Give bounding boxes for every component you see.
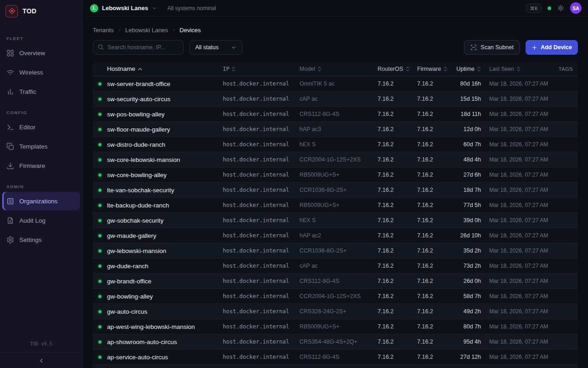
uptime-cell: 77d 5h — [456, 202, 489, 208]
table-row[interactable]: gw-brandt-office host.docker.internal CR… — [93, 274, 578, 289]
uptime-cell: 49d 2h — [456, 308, 489, 315]
sidebar-item-organizations[interactable]: Organizations — [2, 192, 80, 210]
column-header-last-seen[interactable]: Last Seen — [489, 66, 559, 72]
status-filter-value: All status — [195, 44, 219, 51]
sidebar-collapse-button[interactable] — [0, 352, 82, 368]
sidebar-item-label: Templates — [19, 143, 48, 150]
nav-section-fleet: FLEET — [0, 36, 82, 41]
sidebar-item-overview[interactable]: Overview — [2, 44, 80, 62]
last-seen-cell: Mar 18, 2026, 07:27 AM — [489, 263, 559, 269]
status-filter-select[interactable]: All status — [189, 40, 243, 55]
column-header-routeros[interactable]: RouterOS — [378, 66, 417, 72]
column-header-uptime[interactable]: Uptime — [456, 66, 489, 72]
breadcrumb-tenants[interactable]: Tenants — [93, 27, 114, 34]
hostname-cell: sw-distro-dude-ranch — [107, 141, 223, 148]
topbar-actions: ⌘K SA — [526, 2, 582, 14]
table-row[interactable]: gw-auto-circus host.docker.internal CRS3… — [93, 304, 578, 319]
routeros-cell: 7.16.2 — [378, 217, 417, 224]
plus-icon — [531, 45, 537, 51]
table-row[interactable]: gw-dude-ranch host.docker.internal cAP a… — [93, 259, 578, 274]
sidebar-item-firmware[interactable]: Firmware — [2, 156, 80, 175]
sort-icon — [477, 66, 481, 72]
table-row[interactable]: sw-floor-maude-gallery host.docker.inter… — [93, 122, 578, 137]
last-seen-cell: Mar 18, 2026, 07:27 AM — [489, 323, 559, 330]
column-header-tags: TAGS — [559, 66, 578, 72]
table-row[interactable]: sw-security-auto-circus host.docker.inte… — [93, 92, 578, 107]
column-header-hostname[interactable]: Hostname — [107, 65, 223, 72]
uptime-cell: 80d 7h — [456, 323, 489, 330]
status-online-dot — [98, 219, 102, 222]
sidebar-item-templates[interactable]: Templates — [2, 137, 80, 155]
table-row[interactable]: gw-maude-gallery host.docker.internal hA… — [93, 228, 578, 243]
column-header-model[interactable]: Model — [300, 66, 378, 72]
search-input[interactable] — [93, 40, 184, 55]
routeros-cell: 7.16.2 — [378, 263, 417, 269]
nav-section-admin: ADMIN — [0, 184, 82, 189]
column-label: IP — [223, 66, 229, 72]
table-row[interactable]: sw-distro-dude-ranch host.docker.interna… — [93, 137, 578, 152]
firmware-cell: 7.16.2 — [417, 141, 456, 148]
table-row[interactable]: lte-backup-dude-ranch host.docker.intern… — [93, 198, 578, 213]
uptime-cell: 60d 7h — [456, 141, 489, 148]
breadcrumb-tenant-name[interactable]: Lebowski Lanes — [125, 27, 168, 34]
table-row[interactable]: sw-core-lebowski-mansion host.docker.int… — [93, 152, 578, 167]
model-cell: CRS112-8G-4S — [300, 111, 378, 117]
scan-subnet-button[interactable]: Scan Subnet — [464, 40, 520, 55]
add-device-button[interactable]: Add Device — [526, 40, 578, 55]
sidebar-item-traffic[interactable]: Traffic — [2, 82, 80, 101]
toolbar: All status Scan Subnet — [93, 40, 578, 55]
command-palette-shortcut[interactable]: ⌘K — [526, 4, 542, 13]
column-header-ip[interactable]: IP — [223, 66, 300, 72]
scan-subnet-label: Scan Subnet — [481, 44, 514, 51]
last-seen-cell: Mar 18, 2026, 07:27 AM — [489, 202, 559, 208]
system-status-text: All systems nominal — [167, 5, 216, 12]
hostname-cell: lte-van-sobchak-security — [107, 187, 223, 194]
table-row[interactable]: sw-core-bowling-alley host.docker.intern… — [93, 167, 578, 183]
sidebar-nav: FLEET Overview Wireless — [0, 22, 82, 341]
hostname-cell: ap-showroom-auto-circus — [107, 339, 223, 345]
ip-cell: host.docker.internal — [223, 247, 300, 254]
column-header-firmware[interactable]: Firmware — [417, 66, 456, 72]
chevron-right-icon — [117, 28, 122, 33]
uptime-cell: 73d 2h — [456, 263, 489, 269]
table-row[interactable]: sw-pos-bowling-alley host.docker.interna… — [93, 107, 578, 122]
uptime-cell: 18d 7h — [456, 187, 489, 193]
table-row[interactable]: ap-service-auto-circus host.docker.inter… — [93, 350, 578, 365]
sidebar-item-label: Overview — [19, 50, 45, 57]
grid-icon — [6, 49, 14, 57]
ip-cell: host.docker.internal — [223, 111, 300, 117]
table-row[interactable]: gw-lebowski-mansion host.docker.internal… — [93, 243, 578, 259]
user-avatar[interactable]: SA — [570, 2, 582, 14]
table-row[interactable]: ap-showroom-auto-circus host.docker.inte… — [93, 334, 578, 350]
sidebar-item-audit-log[interactable]: Audit Log — [2, 211, 80, 230]
routeros-cell: 7.16.2 — [378, 247, 417, 254]
building-icon — [6, 197, 14, 205]
table-row[interactable]: sw-server-brandt-office host.docker.inte… — [93, 76, 578, 92]
tenant-avatar: L — [90, 4, 98, 12]
last-seen-cell: Mar 18, 2026, 07:27 AM — [489, 232, 559, 239]
firmware-cell: 7.16.2 — [417, 96, 456, 102]
sort-icon — [443, 66, 447, 72]
hostname-cell: ap-west-wing-lebowski-mansion — [107, 323, 223, 330]
firmware-cell: 7.16.2 — [417, 354, 456, 360]
sidebar-item-wireless[interactable]: Wireless — [2, 63, 80, 81]
routeros-cell: 7.16.2 — [378, 202, 417, 208]
theme-toggle-button[interactable] — [557, 5, 564, 12]
table-header-row: Hostname IP Model — [93, 62, 578, 76]
last-seen-cell: Mar 18, 2026, 07:27 AM — [489, 278, 559, 284]
table-row[interactable]: gw-bowling-alley host.docker.internal CC… — [93, 289, 578, 304]
sidebar-item-settings[interactable]: Settings — [2, 230, 80, 249]
status-online-dot — [98, 82, 102, 86]
status-online-dot — [98, 340, 102, 344]
app-name: TOD — [23, 7, 37, 15]
sidebar-item-editor[interactable]: Editor — [2, 118, 80, 136]
tenant-selector[interactable]: L Lebowski Lanes — [90, 4, 157, 12]
table-row[interactable]: gw-sobchak-security host.docker.internal… — [93, 213, 578, 228]
table-row[interactable]: lte-van-sobchak-security host.docker.int… — [93, 183, 578, 198]
uptime-cell: 80d 16h — [456, 80, 489, 87]
model-cell: hAP ac2 — [300, 232, 378, 239]
routeros-cell: 7.16.2 — [378, 141, 417, 148]
firmware-cell: 7.16.2 — [417, 187, 456, 193]
column-label: RouterOS — [378, 66, 403, 72]
table-row[interactable]: ap-west-wing-lebowski-mansion host.docke… — [93, 319, 578, 334]
